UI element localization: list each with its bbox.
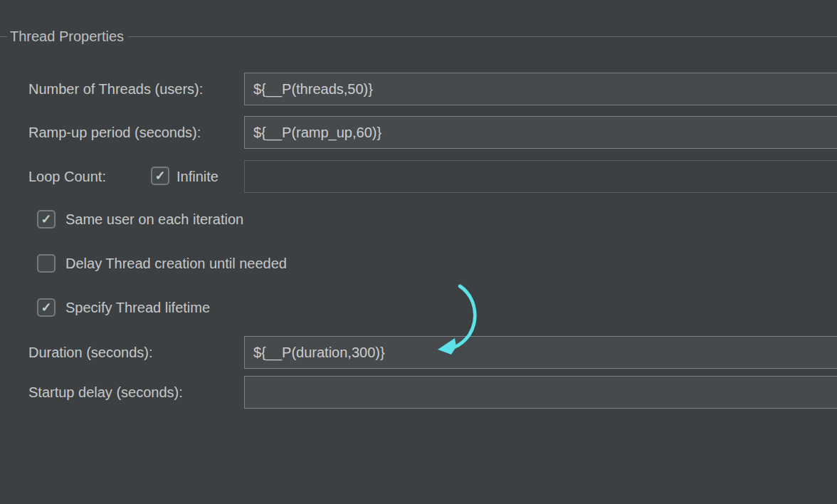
same-user-checkbox[interactable]: ✓: [37, 210, 56, 229]
delay-creation-checkbox-label: Delay Thread creation until needed: [65, 254, 287, 273]
group-border-line: [128, 36, 837, 37]
threads-input[interactable]: [244, 73, 837, 105]
infinite-checkbox[interactable]: ✓: [151, 167, 169, 185]
thread-properties-panel: { "panel": { "title": "Thread Properties…: [0, 0, 837, 504]
same-user-checkbox-label: Same user on each iteration: [65, 210, 243, 229]
duration-input[interactable]: [244, 336, 837, 369]
infinite-checkbox-label: Infinite: [177, 160, 219, 193]
thread-properties-group-border: Thread Properties: [0, 28, 837, 44]
loop-count-input[interactable]: [244, 160, 837, 193]
duration-label: Duration (seconds):: [28, 336, 153, 369]
check-icon: ✓: [41, 213, 51, 226]
group-border-left-dash: [0, 36, 7, 37]
ramp-up-label: Ramp-up period (seconds):: [28, 116, 201, 149]
thread-lifetime-checkbox[interactable]: ✓: [37, 298, 56, 317]
ramp-up-input[interactable]: [244, 116, 837, 149]
group-title: Thread Properties: [10, 28, 124, 45]
check-icon: ✓: [41, 301, 51, 314]
startup-delay-input[interactable]: [244, 376, 837, 409]
startup-delay-label: Startup delay (seconds):: [28, 376, 183, 409]
threads-label: Number of Threads (users):: [28, 73, 203, 105]
loop-count-label: Loop Count:: [28, 160, 106, 193]
check-icon: ✓: [154, 169, 165, 182]
thread-lifetime-checkbox-label: Specify Thread lifetime: [65, 298, 210, 317]
delay-creation-checkbox[interactable]: [37, 254, 56, 273]
